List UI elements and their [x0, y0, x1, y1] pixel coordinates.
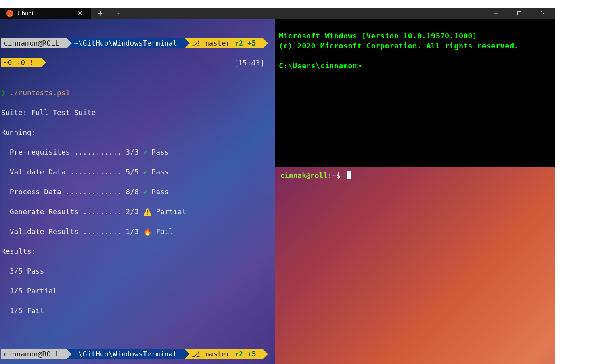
ubuntu-user: cinnak@roll — [280, 171, 328, 180]
cmd-banner-line: Microsoft Windows [Version 10.0.19570.10… — [279, 32, 477, 40]
prompt-host: cinnamon@ROLL — [1, 349, 67, 359]
close-tab-button[interactable]: ✕ — [75, 8, 85, 19]
cmd-pane[interactable]: Microsoft Windows [Version 10.0.19570.10… — [275, 19, 555, 167]
test-row: Pre-requisites ........... 3/3 ✔ Pass — [1, 147, 274, 157]
prompt-host: cinnamon@ROLL — [1, 38, 67, 48]
ubuntu-path: ~ — [332, 171, 336, 180]
output-line: 1/5 Fail — [1, 306, 274, 316]
terminal-window: Ubuntu ✕ ＋ cinnamon@ROLL ~\GitHub\Window… — [0, 8, 555, 329]
ubuntu-output: cinnak@roll:~$ — [275, 167, 555, 184]
git-branch-icon: ⎇ — [192, 39, 200, 48]
svg-rect-0 — [518, 11, 521, 15]
powershell-pane[interactable]: cinnamon@ROLL ~\GitHub\WindowsTerminal ⎇… — [0, 19, 275, 364]
tab-title: Ubuntu — [17, 10, 71, 17]
maximize-button[interactable] — [508, 8, 531, 19]
test-row: Process Data ............. 8/8 ✔ Pass — [1, 187, 274, 197]
panes-container: cinnamon@ROLL ~\GitHub\WindowsTerminal ⎇… — [0, 19, 555, 364]
prompt-status: ~0 -0 ! — [1, 58, 41, 67]
minimize-button[interactable] — [484, 8, 508, 19]
output-line: Running: — [1, 127, 274, 137]
cursor-block — [347, 171, 351, 179]
tab-ubuntu[interactable]: Ubuntu ✕ — [0, 8, 91, 19]
ubuntu-icon — [6, 10, 13, 17]
prompt-caret: ❯ — [1, 88, 10, 97]
test-row: Validate Results ......... 1/3 🔥 Fail — [1, 226, 274, 236]
cmd-prompt: C:\Users\cinnamon> — [279, 61, 362, 70]
right-column: Microsoft Windows [Version 10.0.19570.10… — [275, 19, 555, 364]
prompt-time: [15:43] — [234, 58, 274, 68]
maximize-icon — [517, 11, 522, 16]
warning-icon: ⚠️ — [143, 207, 152, 216]
fire-icon: 🔥 — [143, 227, 152, 236]
check-icon: ✔ — [143, 148, 148, 156]
title-bar: Ubuntu ✕ ＋ — [0, 8, 555, 19]
prompt-branch: ⎇ master ↑2 +5 — [185, 38, 264, 48]
output-line: Results: — [1, 246, 274, 256]
close-icon — [541, 11, 546, 16]
cmd-banner-line: (c) 2020 Microsoft Corporation. All righ… — [279, 42, 519, 50]
chevron-down-icon — [116, 11, 121, 16]
command-text: ./runtests.ps1 — [10, 88, 70, 97]
test-row: Generate Results ......... 2/3 ⚠️ Partia… — [1, 207, 274, 216]
check-icon: ✔ — [143, 168, 148, 176]
tab-dropdown-button[interactable] — [109, 8, 128, 19]
check-icon: ✔ — [143, 188, 148, 196]
git-branch-icon: ⎇ — [192, 350, 200, 359]
new-tab-button[interactable]: ＋ — [91, 8, 109, 19]
minimize-icon — [493, 11, 498, 16]
prompt-path: ~\GitHub\WindowsTerminal — [67, 349, 185, 359]
prompt-branch: ⎇ master ↑2 +5 — [185, 349, 264, 359]
prompt-path: ~\GitHub\WindowsTerminal — [67, 38, 185, 48]
test-row: Validate Data ............ 5/5 ✔ Pass — [1, 167, 274, 177]
ubuntu-pane[interactable]: cinnak@roll:~$ — [275, 167, 555, 364]
output-line: 3/5 Pass — [1, 266, 274, 276]
tabs-area: Ubuntu ✕ ＋ — [0, 8, 484, 19]
output-line: Suite: Full Test Suite — [1, 107, 274, 117]
output-line: 1/5 Partial — [1, 286, 274, 296]
powershell-output: cinnamon@ROLL ~\GitHub\WindowsTerminal ⎇… — [0, 19, 275, 364]
window-controls — [484, 8, 555, 19]
close-window-button[interactable] — [531, 8, 555, 19]
